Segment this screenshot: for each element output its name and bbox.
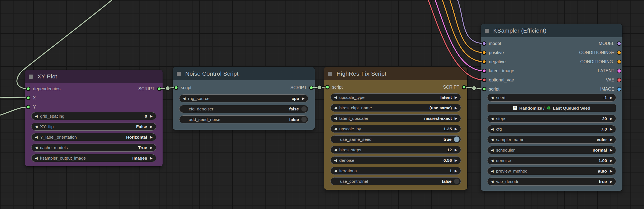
- widget-upscale-by[interactable]: ◀ upscale_by 1.25 ▶: [330, 125, 461, 133]
- widget-cfg-denoiser[interactable]: cfg_denoiser false: [179, 105, 308, 113]
- left-arrow-icon[interactable]: ◀: [35, 125, 38, 128]
- right-arrow-icon[interactable]: ▶: [610, 148, 612, 152]
- right-arrow-icon[interactable]: ▶: [150, 135, 153, 139]
- right-arrow-icon[interactable]: ▶: [610, 117, 612, 120]
- collapse-box-icon[interactable]: [328, 72, 332, 76]
- input-port-dot-x[interactable]: [26, 96, 30, 100]
- node-header[interactable]: XY Plot: [25, 70, 163, 83]
- widget-rng-source[interactable]: ◀ rng_source cpu ▶: [179, 94, 308, 102]
- toggle-knob[interactable]: [301, 106, 307, 112]
- output-port-dot-conditioning-minus[interactable]: [617, 60, 621, 64]
- node-ksampler-efficient[interactable]: KSampler (Efficient) model MODEL: [481, 24, 622, 191]
- output-port-dot-model[interactable]: [617, 41, 621, 46]
- right-arrow-icon[interactable]: ▶: [455, 96, 457, 99]
- output-port-dot-script[interactable]: [157, 87, 161, 91]
- widget-add-seed-noise[interactable]: add_seed_noise false: [179, 115, 308, 123]
- widget-grid-spacing[interactable]: ◀ grid_spacing 0 ▶: [31, 112, 156, 120]
- node-noise-control-script[interactable]: Noise Control Script script SCRIPT ◀: [173, 67, 315, 130]
- widget-y-label-orientation[interactable]: ◀ Y_label_orientation Horizontal ▶: [31, 133, 156, 141]
- widget-vae-decode[interactable]: ◀ vae_decode true ▶: [487, 178, 616, 186]
- left-arrow-icon[interactable]: ◀: [491, 96, 494, 99]
- collapse-box-icon[interactable]: [485, 29, 489, 33]
- right-arrow-icon[interactable]: ▶: [302, 97, 305, 100]
- right-arrow-icon[interactable]: ▶: [455, 106, 457, 110]
- widget-use-same-seed[interactable]: use_same_seed true: [330, 135, 461, 143]
- widget-xy-flip[interactable]: ◀ XY_flip False ▶: [31, 123, 156, 131]
- left-arrow-icon[interactable]: ◀: [35, 146, 38, 149]
- widget-use-controlnet[interactable]: use_controlnet false: [330, 177, 461, 185]
- collapse-box-icon[interactable]: [177, 72, 181, 76]
- node-header[interactable]: KSampler (Efficient): [481, 24, 622, 37]
- left-arrow-icon[interactable]: ◀: [334, 96, 337, 99]
- left-arrow-icon[interactable]: ◀: [35, 156, 38, 160]
- collapse-box-icon[interactable]: [29, 75, 33, 79]
- widget-sampler-name[interactable]: ◀ sampler_name euler ▶: [487, 136, 616, 144]
- input-port-dot-script[interactable]: [174, 86, 178, 90]
- left-arrow-icon[interactable]: ◀: [491, 148, 494, 152]
- right-arrow-icon[interactable]: ▶: [610, 138, 612, 141]
- widget-hires-ckpt-name[interactable]: ◀ hires_ckpt_name (use same) ▶: [330, 104, 461, 112]
- left-arrow-icon[interactable]: ◀: [334, 158, 337, 162]
- widget-preview-method[interactable]: ◀ preview_method auto ▶: [487, 167, 616, 175]
- input-port-dot-optional-vae[interactable]: [482, 78, 486, 82]
- node-header[interactable]: Noise Control Script: [173, 67, 315, 80]
- node-header[interactable]: HighRes-Fix Script: [324, 67, 467, 80]
- output-port-dot-latent[interactable]: [617, 69, 621, 73]
- toggle-knob[interactable]: [454, 136, 460, 142]
- input-port-dot-dependencies[interactable]: [26, 87, 30, 91]
- input-port-dot-y[interactable]: [26, 105, 30, 109]
- output-port-dot-image[interactable]: [617, 87, 621, 91]
- toggle-knob[interactable]: [301, 117, 307, 122]
- widget-cache-models[interactable]: ◀ cache_models True ▶: [31, 144, 156, 152]
- toggle-knob[interactable]: [454, 178, 460, 184]
- widget-steps[interactable]: ◀ steps 20 ▶: [487, 115, 616, 123]
- randomize-last-queued-seed-button[interactable]: ⚄ Randomize / ♻ Last Queued Seed: [487, 104, 616, 112]
- right-arrow-icon[interactable]: ▶: [150, 125, 153, 128]
- right-arrow-icon[interactable]: ▶: [610, 127, 612, 131]
- output-port-dot-vae[interactable]: [617, 78, 621, 82]
- left-arrow-icon[interactable]: ◀: [334, 148, 337, 152]
- left-arrow-icon[interactable]: ◀: [491, 159, 494, 162]
- input-port-dot-latent-image[interactable]: [482, 69, 486, 73]
- right-arrow-icon[interactable]: ▶: [610, 180, 612, 183]
- right-arrow-icon[interactable]: ▶: [150, 156, 153, 160]
- left-arrow-icon[interactable]: ◀: [491, 127, 494, 131]
- right-arrow-icon[interactable]: ▶: [455, 169, 457, 173]
- canvas-grid[interactable]: XY Plot dependencies SCRIPT: [0, 0, 644, 209]
- widget-denoise[interactable]: ◀ denoise 1.00 ▶: [487, 157, 616, 165]
- left-arrow-icon[interactable]: ◀: [35, 114, 38, 118]
- widget-ksampler-output-image[interactable]: ◀ ksampler_output_image Images ▶: [31, 154, 156, 162]
- left-arrow-icon[interactable]: ◀: [491, 180, 494, 183]
- input-port-dot-script[interactable]: [482, 87, 486, 91]
- right-arrow-icon[interactable]: ▶: [455, 148, 457, 152]
- left-arrow-icon[interactable]: ◀: [491, 117, 494, 120]
- input-port-dot-model[interactable]: [482, 41, 486, 46]
- node-xy-plot[interactable]: XY Plot dependencies SCRIPT: [25, 70, 163, 166]
- input-port-dot-positive[interactable]: [482, 51, 486, 55]
- left-arrow-icon[interactable]: ◀: [491, 169, 494, 173]
- right-arrow-icon[interactable]: ▶: [455, 158, 457, 162]
- widget-latent-upscaler[interactable]: ◀ latent_upscaler nearest-exact ▶: [330, 114, 461, 122]
- left-arrow-icon[interactable]: ◀: [334, 127, 337, 131]
- right-arrow-icon[interactable]: ▶: [610, 169, 612, 173]
- widget-scheduler[interactable]: ◀ scheduler normal ▶: [487, 146, 616, 154]
- left-arrow-icon[interactable]: ◀: [183, 97, 186, 100]
- widget-seed[interactable]: ◀ seed -1 ▶: [487, 94, 616, 102]
- right-arrow-icon[interactable]: ▶: [610, 96, 612, 99]
- left-arrow-icon[interactable]: ◀: [491, 138, 494, 141]
- right-arrow-icon[interactable]: ▶: [455, 127, 457, 131]
- right-arrow-icon[interactable]: ▶: [150, 114, 153, 118]
- node-highres-fix-script[interactable]: HighRes-Fix Script script SCRIPT ◀: [324, 67, 467, 190]
- output-port-dot-script[interactable]: [309, 86, 314, 90]
- widget-iterations[interactable]: ◀ iterations 1 ▶: [330, 167, 461, 175]
- left-arrow-icon[interactable]: ◀: [35, 135, 38, 139]
- right-arrow-icon[interactable]: ▶: [455, 117, 457, 120]
- left-arrow-icon[interactable]: ◀: [334, 117, 337, 120]
- widget-upscale-type[interactable]: ◀ upscale_type latent ▶: [330, 93, 461, 101]
- widget-hires-steps[interactable]: ◀ hires_steps 12 ▶: [330, 146, 461, 154]
- widget-cfg[interactable]: ◀ cfg 7.0 ▶: [487, 125, 616, 133]
- right-arrow-icon[interactable]: ▶: [150, 146, 153, 149]
- left-arrow-icon[interactable]: ◀: [334, 106, 337, 110]
- left-arrow-icon[interactable]: ◀: [334, 169, 337, 173]
- input-port-dot-script[interactable]: [325, 85, 330, 89]
